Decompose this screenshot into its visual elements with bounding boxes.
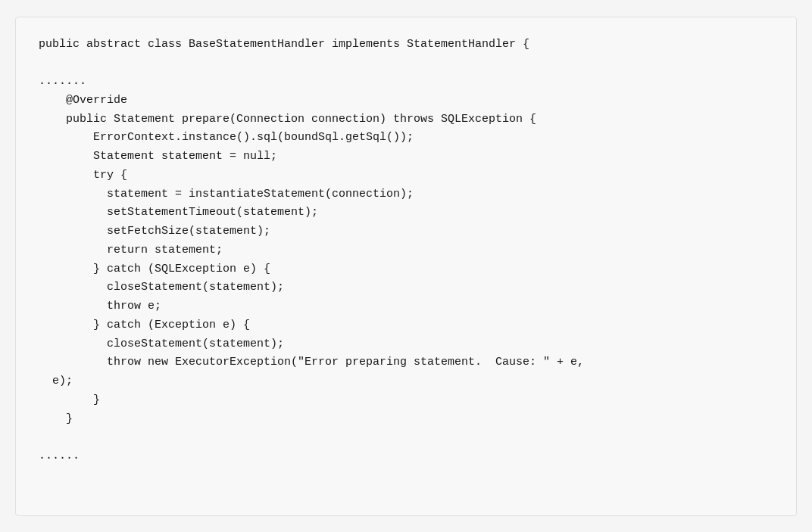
code-line: throw new ExecutorException("Error prepa…: [39, 353, 773, 372]
code-line: setFetchSize(statement);: [39, 222, 773, 241]
code-line: setStatementTimeout(statement);: [39, 204, 773, 222]
code-line: @Override: [39, 92, 773, 110]
code-block: public abstract class BaseStatementHandl…: [39, 36, 773, 485]
code-line: return statement;: [39, 241, 773, 260]
code-line: [39, 54, 773, 73]
code-line: } catch (SQLException e) {: [39, 260, 773, 279]
code-line: try {: [39, 166, 773, 185]
code-line: [39, 466, 773, 485]
code-line: closeStatement(statement);: [39, 335, 773, 354]
code-line: [39, 428, 773, 447]
code-line: Statement statement = null;: [39, 148, 773, 166]
code-line: .......: [39, 73, 773, 92]
code-line: closeStatement(statement);: [39, 278, 773, 297]
code-line: public abstract class BaseStatementHandl…: [39, 36, 773, 54]
code-line: throw e;: [39, 297, 773, 316]
code-line: public Statement prepare(Connection conn…: [39, 110, 773, 129]
code-line: ErrorContext.instance().sql(boundSql.get…: [39, 129, 773, 148]
code-line: }: [39, 410, 773, 429]
code-container: public abstract class BaseStatementHandl…: [15, 17, 797, 516]
code-line: ......: [39, 447, 773, 466]
code-line: statement = instantiateStatement(connect…: [39, 185, 773, 204]
code-line: } catch (Exception e) {: [39, 316, 773, 335]
code-line: }: [39, 391, 773, 410]
code-line: e);: [39, 372, 773, 391]
